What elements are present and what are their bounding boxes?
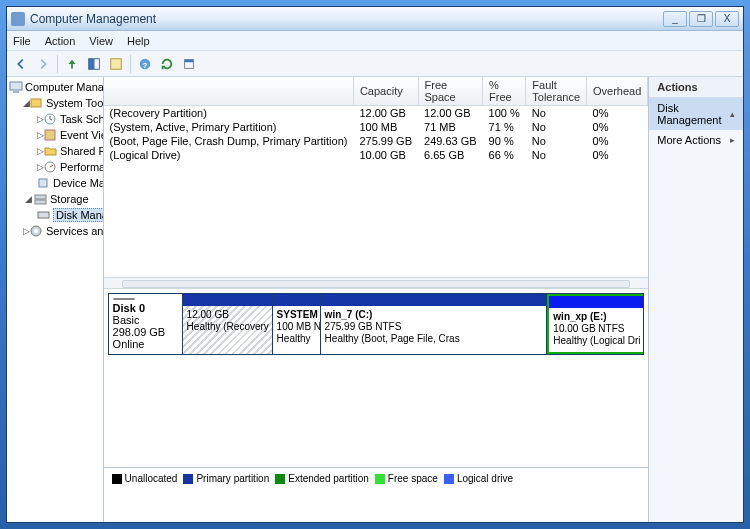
scrollbar-horizontal[interactable]	[122, 280, 631, 288]
help-button[interactable]: ?	[135, 54, 155, 74]
expand-icon[interactable]: ▷	[37, 146, 44, 156]
storage-icon	[34, 193, 48, 205]
partition-body: win_7 (C:) 275.99 GB NTFS Healthy (Boot,…	[321, 306, 547, 354]
col-capacity[interactable]: Capacity	[353, 77, 418, 106]
services-icon	[30, 225, 44, 237]
folder-icon	[44, 145, 58, 157]
actions-more[interactable]: More Actions▸	[649, 130, 743, 150]
partition-winxp[interactable]: win_xp (E:) 10.00 GB NTFS Healthy (Logic…	[547, 294, 643, 354]
menu-action[interactable]: Action	[45, 35, 76, 47]
computer-management-window: Computer Management _ ❐ X File Action Vi…	[6, 6, 744, 523]
disk-graphic-view[interactable]: Disk 0 Basic 298.09 GB Online 12.00 GB H…	[104, 289, 649, 467]
expand-icon[interactable]: ▷	[37, 114, 44, 124]
col-free[interactable]: Free Space	[418, 77, 483, 106]
swatch-free	[375, 474, 385, 484]
svg-rect-2	[111, 58, 122, 69]
tree-shared-folders[interactable]: ▷Shared Folders	[9, 143, 101, 159]
menu-help[interactable]: Help	[127, 35, 150, 47]
maximize-button[interactable]: ❐	[689, 11, 713, 27]
col-pct[interactable]: % Free	[483, 77, 526, 106]
tree-services-apps[interactable]: ▷Services and Applications	[9, 223, 101, 239]
refresh-button[interactable]	[157, 54, 177, 74]
partition-win7[interactable]: win_7 (C:) 275.99 GB NTFS Healthy (Boot,…	[321, 294, 548, 354]
tree-root[interactable]: Computer Management (Local	[9, 79, 101, 95]
forward-button[interactable]	[33, 54, 53, 74]
partition-cap	[321, 294, 547, 306]
menu-file[interactable]: File	[13, 35, 31, 47]
toolbar: ?	[7, 51, 743, 77]
partition-body: SYSTEM 100 MB N Healthy	[273, 306, 320, 354]
svg-rect-14	[35, 195, 46, 199]
partition-body: 12.00 GB Healthy (Recovery Pa	[183, 306, 272, 354]
svg-rect-13	[39, 179, 47, 187]
partition-system[interactable]: SYSTEM 100 MB N Healthy	[273, 294, 321, 354]
partition-cap	[183, 294, 272, 306]
disk-icon	[37, 209, 51, 221]
volume-table[interactable]: Capacity Free Space % Free Fault Toleran…	[104, 77, 649, 162]
event-icon	[44, 129, 58, 141]
collapse-icon[interactable]: ◢	[23, 194, 34, 204]
expand-icon[interactable]: ▷	[37, 130, 44, 140]
table-row[interactable]: (Boot, Page File, Crash Dump, Primary Pa…	[104, 134, 648, 148]
tree-task-scheduler[interactable]: ▷Task Scheduler	[9, 111, 101, 127]
perf-icon	[44, 161, 58, 173]
chevron-right-icon: ▸	[730, 135, 735, 145]
table-row[interactable]: (Recovery Partition)12.00 GB12.00 GB100 …	[104, 106, 648, 121]
swatch-logical	[444, 474, 454, 484]
tools-icon	[30, 97, 44, 109]
table-row[interactable]: (System, Active, Primary Partition)100 M…	[104, 120, 648, 134]
volume-list[interactable]: Capacity Free Space % Free Fault Toleran…	[104, 77, 649, 277]
swatch-primary	[183, 474, 193, 484]
tree-storage[interactable]: ◢Storage	[9, 191, 101, 207]
properties-button[interactable]	[106, 54, 126, 74]
col-fault[interactable]: Fault Tolerance	[526, 77, 587, 106]
app-icon	[11, 12, 25, 26]
actions-disk-management[interactable]: Disk Management▴	[649, 98, 743, 130]
device-icon	[37, 177, 51, 189]
disk-type: Basic	[113, 314, 178, 326]
col-volume[interactable]	[104, 77, 354, 106]
partition-recovery[interactable]: 12.00 GB Healthy (Recovery Pa	[183, 294, 273, 354]
col-overhead[interactable]: Overhead	[587, 77, 648, 106]
tree-disk-management[interactable]: Disk Management	[9, 207, 101, 223]
collapse-icon[interactable]: ◢	[23, 98, 30, 108]
tree-performance[interactable]: ▷Performance	[9, 159, 101, 175]
center-pane: Capacity Free Space % Free Fault Toleran…	[104, 77, 650, 522]
splitter[interactable]	[104, 277, 649, 289]
titlebar[interactable]: Computer Management _ ❐ X	[7, 7, 743, 31]
show-hide-tree-button[interactable]	[84, 54, 104, 74]
disk-status: Online	[113, 338, 178, 350]
actions-pane: Actions Disk Management▴ More Actions▸	[649, 77, 743, 522]
disk-row[interactable]: Disk 0 Basic 298.09 GB Online 12.00 GB H…	[108, 293, 645, 355]
swatch-extended	[275, 474, 285, 484]
tree-device-manager[interactable]: Device Manager	[9, 175, 101, 191]
partition-cap	[549, 296, 643, 308]
actions-header: Actions	[649, 77, 743, 98]
content-area: Computer Management (Local ◢System Tools…	[7, 77, 743, 522]
svg-text:?: ?	[143, 60, 148, 69]
menu-view[interactable]: View	[89, 35, 113, 47]
tree-event-viewer[interactable]: ▷Event Viewer	[9, 127, 101, 143]
disk-size: 298.09 GB	[113, 326, 178, 338]
nav-tree[interactable]: Computer Management (Local ◢System Tools…	[7, 77, 104, 522]
svg-point-18	[34, 229, 38, 233]
menubar: File Action View Help	[7, 31, 743, 51]
toolbar-separator	[130, 55, 131, 73]
disk-name: Disk 0	[113, 302, 178, 314]
collapse-icon: ▴	[730, 109, 735, 119]
up-button[interactable]	[62, 54, 82, 74]
table-row[interactable]: (Logical Drive)10.00 GB6.65 GB66 %No0%	[104, 148, 648, 162]
close-button[interactable]: X	[715, 11, 739, 27]
disk-header[interactable]: Disk 0 Basic 298.09 GB Online	[109, 294, 183, 354]
tree-systools[interactable]: ◢System Tools	[9, 95, 101, 111]
expand-icon[interactable]: ▷	[37, 162, 44, 172]
swatch-unallocated	[112, 474, 122, 484]
settings-button[interactable]	[179, 54, 199, 74]
toolbar-separator	[57, 55, 58, 73]
expand-icon[interactable]: ▷	[23, 226, 30, 236]
computer-icon	[9, 81, 23, 93]
svg-rect-16	[38, 212, 49, 218]
minimize-button[interactable]: _	[663, 11, 687, 27]
back-button[interactable]	[11, 54, 31, 74]
svg-rect-11	[45, 130, 55, 140]
